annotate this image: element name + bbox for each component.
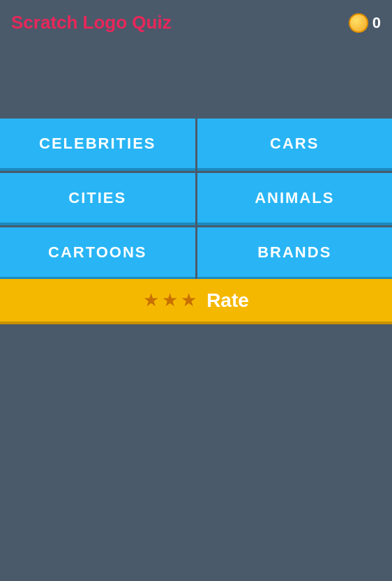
rate-stars: ★ ★ ★ [143, 289, 197, 311]
star-1: ★ [143, 289, 159, 311]
app-container: Scratch Logo Quiz 0 CELEBRITIES CARS CIT… [0, 0, 392, 581]
rate-bar[interactable]: ★ ★ ★ Rate [0, 279, 392, 324]
header: Scratch Logo Quiz 0 [0, 0, 392, 45]
star-3: ★ [181, 289, 197, 311]
rate-label: Rate [206, 289, 249, 312]
category-button-animals[interactable]: ANIMALS [197, 173, 393, 225]
category-button-cars[interactable]: CARS [197, 119, 393, 171]
category-button-cities[interactable]: CITIES [0, 173, 195, 225]
coin-icon [349, 13, 368, 33]
category-button-celebrities[interactable]: CELEBRITIES [0, 119, 195, 171]
category-button-brands[interactable]: BRANDS [197, 227, 393, 280]
coin-count: 0 [372, 14, 381, 32]
star-2: ★ [162, 289, 178, 311]
coins-container: 0 [349, 13, 381, 33]
categories-grid: CELEBRITIES CARS CITIES ANIMALS CARTOONS… [0, 119, 392, 280]
app-title: Scratch Logo Quiz [11, 12, 172, 33]
category-button-cartoons[interactable]: CARTOONS [0, 227, 195, 280]
